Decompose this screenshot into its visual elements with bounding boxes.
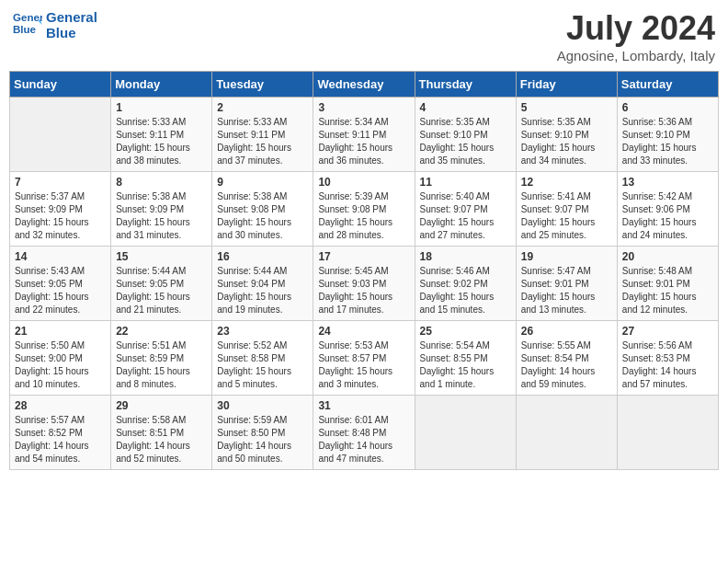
calendar-cell: 30Sunrise: 5:59 AM Sunset: 8:50 PM Dayli… xyxy=(212,396,313,470)
day-number: 15 xyxy=(116,250,207,263)
calendar-header-row: SundayMondayTuesdayWednesdayThursdayFrid… xyxy=(10,72,719,98)
week-row-1: 1Sunrise: 5:33 AM Sunset: 9:11 PM Daylig… xyxy=(10,98,719,172)
day-info: Sunrise: 5:46 AM Sunset: 9:02 PM Dayligh… xyxy=(420,265,511,316)
day-number: 2 xyxy=(217,101,308,114)
day-info: Sunrise: 6:01 AM Sunset: 8:48 PM Dayligh… xyxy=(318,414,409,465)
calendar-cell: 15Sunrise: 5:44 AM Sunset: 9:05 PM Dayli… xyxy=(111,247,212,321)
day-number: 23 xyxy=(217,325,308,338)
calendar-cell: 31Sunrise: 6:01 AM Sunset: 8:48 PM Dayli… xyxy=(313,396,415,470)
day-number: 30 xyxy=(217,399,308,412)
calendar-cell: 13Sunrise: 5:42 AM Sunset: 9:06 PM Dayli… xyxy=(617,172,718,247)
day-number: 16 xyxy=(217,250,308,263)
calendar-cell: 19Sunrise: 5:47 AM Sunset: 9:01 PM Dayli… xyxy=(516,247,617,321)
day-number: 12 xyxy=(521,176,612,189)
day-number: 6 xyxy=(622,101,713,114)
calendar-cell: 1Sunrise: 5:33 AM Sunset: 9:11 PM Daylig… xyxy=(111,98,212,172)
day-info: Sunrise: 5:59 AM Sunset: 8:50 PM Dayligh… xyxy=(217,414,308,465)
day-info: Sunrise: 5:57 AM Sunset: 8:52 PM Dayligh… xyxy=(15,414,106,465)
week-row-2: 7Sunrise: 5:37 AM Sunset: 9:09 PM Daylig… xyxy=(10,172,719,247)
calendar-table: SundayMondayTuesdayWednesdayThursdayFrid… xyxy=(9,71,719,470)
day-number: 27 xyxy=(622,325,713,338)
day-info: Sunrise: 5:38 AM Sunset: 9:09 PM Dayligh… xyxy=(116,190,207,242)
calendar-cell: 26Sunrise: 5:55 AM Sunset: 8:54 PM Dayli… xyxy=(516,321,617,396)
calendar-cell: 3Sunrise: 5:34 AM Sunset: 9:11 PM Daylig… xyxy=(313,98,415,172)
header-friday: Friday xyxy=(516,72,617,98)
logo-icon: General Blue xyxy=(13,10,42,40)
calendar-cell: 4Sunrise: 5:35 AM Sunset: 9:10 PM Daylig… xyxy=(415,98,516,172)
svg-text:Blue: Blue xyxy=(13,24,37,35)
day-info: Sunrise: 5:58 AM Sunset: 8:51 PM Dayligh… xyxy=(116,414,207,465)
logo: General Blue General Blue xyxy=(13,9,97,40)
calendar-cell: 28Sunrise: 5:57 AM Sunset: 8:52 PM Dayli… xyxy=(10,396,111,470)
day-info: Sunrise: 5:51 AM Sunset: 8:59 PM Dayligh… xyxy=(116,339,207,391)
calendar-cell: 10Sunrise: 5:39 AM Sunset: 9:08 PM Dayli… xyxy=(313,172,415,247)
day-info: Sunrise: 5:33 AM Sunset: 9:11 PM Dayligh… xyxy=(217,116,308,167)
week-row-4: 21Sunrise: 5:50 AM Sunset: 9:00 PM Dayli… xyxy=(10,321,719,396)
day-info: Sunrise: 5:53 AM Sunset: 8:57 PM Dayligh… xyxy=(318,339,409,391)
calendar-cell: 2Sunrise: 5:33 AM Sunset: 9:11 PM Daylig… xyxy=(212,98,313,172)
day-info: Sunrise: 5:56 AM Sunset: 8:53 PM Dayligh… xyxy=(622,339,713,391)
calendar-cell: 24Sunrise: 5:53 AM Sunset: 8:57 PM Dayli… xyxy=(313,321,415,396)
day-number: 29 xyxy=(116,399,207,412)
calendar-cell: 18Sunrise: 5:46 AM Sunset: 9:02 PM Dayli… xyxy=(415,247,516,321)
calendar-cell: 22Sunrise: 5:51 AM Sunset: 8:59 PM Dayli… xyxy=(111,321,212,396)
day-info: Sunrise: 5:36 AM Sunset: 9:10 PM Dayligh… xyxy=(622,116,713,167)
calendar-cell xyxy=(617,396,718,470)
day-number: 28 xyxy=(15,399,106,412)
calendar-cell: 29Sunrise: 5:58 AM Sunset: 8:51 PM Dayli… xyxy=(111,396,212,470)
svg-text:General: General xyxy=(13,12,42,23)
day-info: Sunrise: 5:47 AM Sunset: 9:01 PM Dayligh… xyxy=(521,265,612,316)
calendar-cell: 23Sunrise: 5:52 AM Sunset: 8:58 PM Dayli… xyxy=(212,321,313,396)
day-number: 3 xyxy=(318,101,409,114)
day-number: 31 xyxy=(318,399,409,412)
logo-line1: General xyxy=(46,9,97,25)
calendar-cell xyxy=(415,396,516,470)
day-info: Sunrise: 5:37 AM Sunset: 9:09 PM Dayligh… xyxy=(15,190,106,242)
day-info: Sunrise: 5:44 AM Sunset: 9:04 PM Dayligh… xyxy=(217,265,308,316)
day-info: Sunrise: 5:44 AM Sunset: 9:05 PM Dayligh… xyxy=(116,265,207,316)
day-number: 14 xyxy=(15,250,106,263)
day-number: 1 xyxy=(116,101,207,114)
day-number: 8 xyxy=(116,176,207,189)
day-info: Sunrise: 5:35 AM Sunset: 9:10 PM Dayligh… xyxy=(521,116,612,167)
calendar-cell: 9Sunrise: 5:38 AM Sunset: 9:08 PM Daylig… xyxy=(212,172,313,247)
calendar-cell: 7Sunrise: 5:37 AM Sunset: 9:09 PM Daylig… xyxy=(10,172,111,247)
day-number: 11 xyxy=(420,176,511,189)
calendar-cell: 11Sunrise: 5:40 AM Sunset: 9:07 PM Dayli… xyxy=(415,172,516,247)
page-header: General Blue General Blue July 2024 Agno… xyxy=(9,9,719,63)
day-number: 25 xyxy=(420,325,511,338)
location-subtitle: Agnosine, Lombardy, Italy xyxy=(557,48,715,63)
header-thursday: Thursday xyxy=(415,72,516,98)
calendar-cell: 17Sunrise: 5:45 AM Sunset: 9:03 PM Dayli… xyxy=(313,247,415,321)
day-info: Sunrise: 5:33 AM Sunset: 9:11 PM Dayligh… xyxy=(116,116,207,167)
calendar-cell: 20Sunrise: 5:48 AM Sunset: 9:01 PM Dayli… xyxy=(617,247,718,321)
day-number: 21 xyxy=(15,325,106,338)
header-monday: Monday xyxy=(111,72,212,98)
day-number: 22 xyxy=(116,325,207,338)
day-number: 18 xyxy=(420,250,511,263)
day-info: Sunrise: 5:34 AM Sunset: 9:11 PM Dayligh… xyxy=(318,116,409,167)
day-info: Sunrise: 5:48 AM Sunset: 9:01 PM Dayligh… xyxy=(622,265,713,316)
calendar-cell xyxy=(10,98,111,172)
calendar-cell xyxy=(516,396,617,470)
calendar-cell: 14Sunrise: 5:43 AM Sunset: 9:05 PM Dayli… xyxy=(10,247,111,321)
day-info: Sunrise: 5:43 AM Sunset: 9:05 PM Dayligh… xyxy=(15,265,106,316)
day-number: 13 xyxy=(622,176,713,189)
calendar-cell: 16Sunrise: 5:44 AM Sunset: 9:04 PM Dayli… xyxy=(212,247,313,321)
day-number: 4 xyxy=(420,101,511,114)
calendar-cell: 25Sunrise: 5:54 AM Sunset: 8:55 PM Dayli… xyxy=(415,321,516,396)
day-info: Sunrise: 5:39 AM Sunset: 9:08 PM Dayligh… xyxy=(318,190,409,242)
month-title: July 2024 xyxy=(557,9,715,48)
day-info: Sunrise: 5:40 AM Sunset: 9:07 PM Dayligh… xyxy=(420,190,511,242)
day-number: 7 xyxy=(15,176,106,189)
calendar-cell: 21Sunrise: 5:50 AM Sunset: 9:00 PM Dayli… xyxy=(10,321,111,396)
day-number: 26 xyxy=(521,325,612,338)
day-number: 10 xyxy=(318,176,409,189)
logo-line2: Blue xyxy=(46,25,97,40)
day-number: 5 xyxy=(521,101,612,114)
day-info: Sunrise: 5:54 AM Sunset: 8:55 PM Dayligh… xyxy=(420,339,511,391)
day-info: Sunrise: 5:52 AM Sunset: 8:58 PM Dayligh… xyxy=(217,339,308,391)
header-saturday: Saturday xyxy=(617,72,718,98)
week-row-3: 14Sunrise: 5:43 AM Sunset: 9:05 PM Dayli… xyxy=(10,247,719,321)
day-number: 20 xyxy=(622,250,713,263)
